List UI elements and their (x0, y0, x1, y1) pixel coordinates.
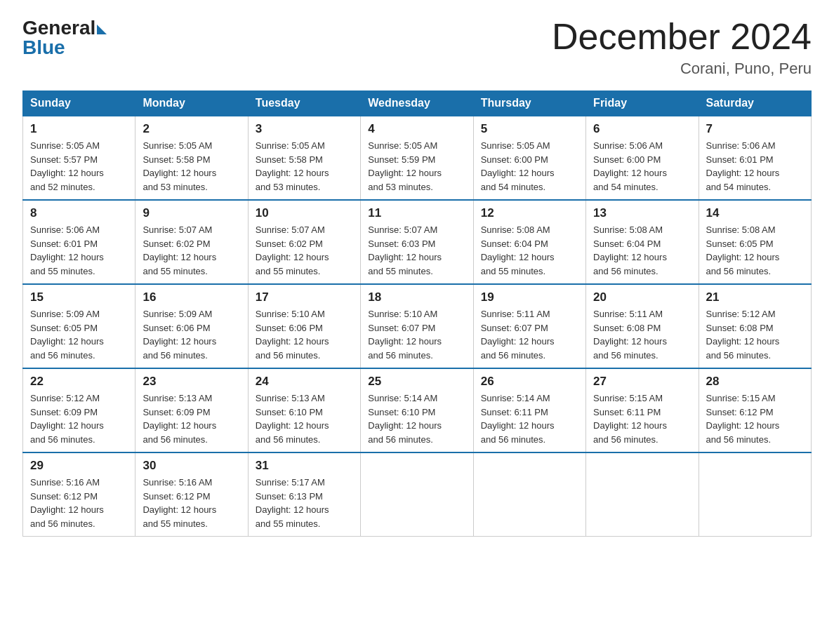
calendar-cell: 13 Sunrise: 5:08 AM Sunset: 6:04 PM Dayl… (586, 200, 699, 284)
calendar-cell: 16 Sunrise: 5:09 AM Sunset: 6:06 PM Dayl… (135, 284, 248, 368)
calendar-cell: 28 Sunrise: 5:15 AM Sunset: 6:12 PM Dayl… (699, 368, 811, 452)
day-info: Sunrise: 5:07 AM Sunset: 6:03 PM Dayligh… (368, 223, 465, 278)
header-tuesday: Tuesday (248, 91, 360, 116)
day-number: 27 (593, 375, 691, 389)
calendar-cell: 8 Sunrise: 5:06 AM Sunset: 6:01 PM Dayli… (23, 200, 135, 284)
day-number: 12 (481, 206, 578, 220)
day-number: 10 (256, 206, 353, 220)
day-info: Sunrise: 5:10 AM Sunset: 6:06 PM Dayligh… (256, 307, 353, 362)
day-info: Sunrise: 5:14 AM Sunset: 6:10 PM Dayligh… (368, 391, 465, 446)
page-header: General Blue December 2024 Corani, Puno,… (22, 17, 812, 78)
day-number: 29 (30, 459, 128, 473)
day-info: Sunrise: 5:08 AM Sunset: 6:04 PM Dayligh… (481, 223, 578, 278)
calendar-cell: 12 Sunrise: 5:08 AM Sunset: 6:04 PM Dayl… (473, 200, 585, 284)
calendar-cell: 18 Sunrise: 5:10 AM Sunset: 6:07 PM Dayl… (361, 284, 473, 368)
day-number: 5 (481, 122, 578, 136)
calendar-cell (699, 452, 811, 537)
day-info: Sunrise: 5:07 AM Sunset: 6:02 PM Dayligh… (256, 223, 353, 278)
calendar-cell: 9 Sunrise: 5:07 AM Sunset: 6:02 PM Dayli… (135, 200, 248, 284)
day-number: 23 (143, 375, 240, 389)
calendar-cell (361, 452, 473, 537)
day-info: Sunrise: 5:13 AM Sunset: 6:09 PM Dayligh… (143, 391, 240, 446)
calendar-cell: 22 Sunrise: 5:12 AM Sunset: 6:09 PM Dayl… (23, 368, 135, 452)
day-info: Sunrise: 5:09 AM Sunset: 6:06 PM Dayligh… (143, 307, 240, 362)
day-number: 6 (593, 122, 691, 136)
day-number: 25 (368, 375, 465, 389)
calendar-cell: 2 Sunrise: 5:05 AM Sunset: 5:58 PM Dayli… (135, 116, 248, 200)
day-info: Sunrise: 5:05 AM Sunset: 5:58 PM Dayligh… (143, 139, 240, 194)
calendar-cell: 27 Sunrise: 5:15 AM Sunset: 6:11 PM Dayl… (586, 368, 699, 452)
calendar-cell (473, 452, 585, 537)
calendar-cell: 21 Sunrise: 5:12 AM Sunset: 6:08 PM Dayl… (699, 284, 811, 368)
day-number: 9 (143, 206, 240, 220)
day-info: Sunrise: 5:05 AM Sunset: 5:58 PM Dayligh… (256, 139, 353, 194)
day-number: 26 (481, 375, 578, 389)
logo-blue: Blue (22, 36, 65, 59)
location: Corani, Puno, Peru (552, 60, 812, 78)
day-info: Sunrise: 5:08 AM Sunset: 6:04 PM Dayligh… (593, 223, 691, 278)
header-thursday: Thursday (473, 91, 585, 116)
day-info: Sunrise: 5:12 AM Sunset: 6:08 PM Dayligh… (706, 307, 804, 362)
day-info: Sunrise: 5:13 AM Sunset: 6:10 PM Dayligh… (256, 391, 353, 446)
logo-triangle-icon (97, 25, 107, 34)
day-info: Sunrise: 5:06 AM Sunset: 6:00 PM Dayligh… (593, 139, 691, 194)
week-row-2: 8 Sunrise: 5:06 AM Sunset: 6:01 PM Dayli… (23, 200, 812, 284)
calendar-cell: 20 Sunrise: 5:11 AM Sunset: 6:08 PM Dayl… (586, 284, 699, 368)
day-info: Sunrise: 5:15 AM Sunset: 6:11 PM Dayligh… (593, 391, 691, 446)
title-block: December 2024 Corani, Puno, Peru (552, 17, 812, 78)
day-number: 4 (368, 122, 465, 136)
header-saturday: Saturday (699, 91, 811, 116)
week-row-1: 1 Sunrise: 5:05 AM Sunset: 5:57 PM Dayli… (23, 116, 812, 200)
day-info: Sunrise: 5:10 AM Sunset: 6:07 PM Dayligh… (368, 307, 465, 362)
day-number: 17 (256, 290, 353, 304)
week-row-3: 15 Sunrise: 5:09 AM Sunset: 6:05 PM Dayl… (23, 284, 812, 368)
calendar-cell: 1 Sunrise: 5:05 AM Sunset: 5:57 PM Dayli… (23, 116, 135, 200)
day-number: 16 (143, 290, 240, 304)
day-info: Sunrise: 5:15 AM Sunset: 6:12 PM Dayligh… (706, 391, 804, 446)
day-number: 31 (256, 459, 353, 473)
logo: General Blue (22, 17, 107, 59)
day-info: Sunrise: 5:11 AM Sunset: 6:07 PM Dayligh… (481, 307, 578, 362)
day-number: 28 (706, 375, 804, 389)
calendar-cell: 17 Sunrise: 5:10 AM Sunset: 6:06 PM Dayl… (248, 284, 360, 368)
header-monday: Monday (135, 91, 248, 116)
calendar-cell: 19 Sunrise: 5:11 AM Sunset: 6:07 PM Dayl… (473, 284, 585, 368)
day-number: 21 (706, 290, 804, 304)
day-number: 11 (368, 206, 465, 220)
calendar-cell: 29 Sunrise: 5:16 AM Sunset: 6:12 PM Dayl… (23, 452, 135, 537)
calendar-cell: 14 Sunrise: 5:08 AM Sunset: 6:05 PM Dayl… (699, 200, 811, 284)
calendar-cell: 23 Sunrise: 5:13 AM Sunset: 6:09 PM Dayl… (135, 368, 248, 452)
calendar-cell: 31 Sunrise: 5:17 AM Sunset: 6:13 PM Dayl… (248, 452, 360, 537)
day-info: Sunrise: 5:05 AM Sunset: 5:59 PM Dayligh… (368, 139, 465, 194)
calendar-cell: 5 Sunrise: 5:05 AM Sunset: 6:00 PM Dayli… (473, 116, 585, 200)
day-number: 2 (143, 122, 240, 136)
day-info: Sunrise: 5:17 AM Sunset: 6:13 PM Dayligh… (256, 476, 353, 530)
calendar-cell: 30 Sunrise: 5:16 AM Sunset: 6:12 PM Dayl… (135, 452, 248, 537)
month-title: December 2024 (552, 17, 812, 57)
day-info: Sunrise: 5:08 AM Sunset: 6:05 PM Dayligh… (706, 223, 804, 278)
header-row: SundayMondayTuesdayWednesdayThursdayFrid… (23, 91, 812, 116)
day-info: Sunrise: 5:06 AM Sunset: 6:01 PM Dayligh… (30, 223, 128, 278)
calendar-cell: 4 Sunrise: 5:05 AM Sunset: 5:59 PM Dayli… (361, 116, 473, 200)
day-info: Sunrise: 5:11 AM Sunset: 6:08 PM Dayligh… (593, 307, 691, 362)
calendar-cell: 6 Sunrise: 5:06 AM Sunset: 6:00 PM Dayli… (586, 116, 699, 200)
day-number: 14 (706, 206, 804, 220)
day-info: Sunrise: 5:05 AM Sunset: 6:00 PM Dayligh… (481, 139, 578, 194)
day-info: Sunrise: 5:05 AM Sunset: 5:57 PM Dayligh… (30, 139, 128, 194)
day-number: 13 (593, 206, 691, 220)
day-number: 1 (30, 122, 128, 136)
day-number: 20 (593, 290, 691, 304)
day-number: 7 (706, 122, 804, 136)
day-info: Sunrise: 5:06 AM Sunset: 6:01 PM Dayligh… (706, 139, 804, 194)
week-row-5: 29 Sunrise: 5:16 AM Sunset: 6:12 PM Dayl… (23, 452, 812, 537)
header-sunday: Sunday (23, 91, 135, 116)
calendar-cell: 25 Sunrise: 5:14 AM Sunset: 6:10 PM Dayl… (361, 368, 473, 452)
week-row-4: 22 Sunrise: 5:12 AM Sunset: 6:09 PM Dayl… (23, 368, 812, 452)
day-info: Sunrise: 5:09 AM Sunset: 6:05 PM Dayligh… (30, 307, 128, 362)
calendar-cell: 3 Sunrise: 5:05 AM Sunset: 5:58 PM Dayli… (248, 116, 360, 200)
day-number: 8 (30, 206, 128, 220)
day-info: Sunrise: 5:16 AM Sunset: 6:12 PM Dayligh… (30, 476, 128, 530)
day-info: Sunrise: 5:16 AM Sunset: 6:12 PM Dayligh… (143, 476, 240, 530)
calendar-cell: 7 Sunrise: 5:06 AM Sunset: 6:01 PM Dayli… (699, 116, 811, 200)
day-number: 15 (30, 290, 128, 304)
